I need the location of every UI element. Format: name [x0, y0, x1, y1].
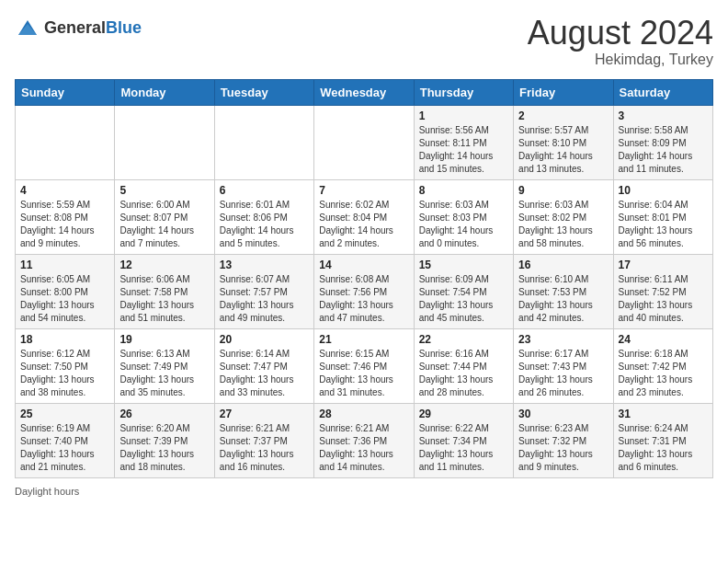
day-number: 20	[220, 333, 309, 346]
day-info: Sunrise: 6:15 AM Sunset: 7:46 PM Dayligh…	[319, 348, 408, 399]
day-info: Sunrise: 6:11 AM Sunset: 7:52 PM Dayligh…	[619, 273, 708, 325]
day-number: 18	[20, 333, 109, 346]
table-row: 22Sunrise: 6:16 AM Sunset: 7:44 PM Dayli…	[414, 328, 513, 403]
table-row: 1Sunrise: 5:56 AM Sunset: 8:11 PM Daylig…	[414, 105, 513, 179]
logo-text: GeneralBlue	[44, 18, 142, 38]
day-number: 15	[419, 259, 508, 271]
table-row: 9Sunrise: 6:03 AM Sunset: 8:02 PM Daylig…	[514, 179, 613, 254]
footer: Daylight hours	[15, 486, 713, 497]
table-row: 15Sunrise: 6:09 AM Sunset: 7:54 PM Dayli…	[414, 254, 513, 328]
day-info: Sunrise: 6:23 AM Sunset: 7:32 PM Dayligh…	[518, 422, 608, 474]
day-number: 22	[419, 333, 508, 346]
day-info: Sunrise: 6:08 AM Sunset: 7:56 PM Dayligh…	[319, 273, 408, 325]
table-row: 29Sunrise: 6:22 AM Sunset: 7:34 PM Dayli…	[414, 403, 513, 477]
day-number: 6	[220, 184, 309, 197]
day-info: Sunrise: 6:00 AM Sunset: 8:07 PM Dayligh…	[119, 199, 209, 250]
day-info: Sunrise: 6:10 AM Sunset: 7:53 PM Dayligh…	[518, 273, 608, 325]
table-row: 26Sunrise: 6:20 AM Sunset: 7:39 PM Dayli…	[115, 403, 214, 477]
day-number: 8	[419, 184, 508, 197]
day-info: Sunrise: 6:24 AM Sunset: 7:31 PM Dayligh…	[619, 422, 708, 474]
day-info: Sunrise: 6:02 AM Sunset: 8:04 PM Dayligh…	[319, 199, 408, 250]
day-info: Sunrise: 6:18 AM Sunset: 7:42 PM Dayligh…	[619, 348, 708, 399]
day-number: 4	[20, 184, 109, 197]
header-tuesday: Tuesday	[214, 79, 313, 105]
page-header: GeneralBlue August 2024 Hekimdag, Turkey	[15, 15, 713, 68]
day-info: Sunrise: 6:20 AM Sunset: 7:39 PM Dayligh…	[119, 422, 209, 474]
table-row: 27Sunrise: 6:21 AM Sunset: 7:37 PM Dayli…	[214, 403, 313, 477]
table-row: 10Sunrise: 6:04 AM Sunset: 8:01 PM Dayli…	[613, 179, 712, 254]
day-number: 7	[319, 184, 408, 197]
day-number: 11	[20, 259, 109, 271]
day-number: 2	[518, 109, 608, 122]
day-info: Sunrise: 5:59 AM Sunset: 8:08 PM Dayligh…	[20, 199, 109, 250]
table-row: 14Sunrise: 6:08 AM Sunset: 7:56 PM Dayli…	[314, 254, 414, 328]
location-subtitle: Hekimdag, Turkey	[528, 52, 713, 68]
daylight-label: Daylight hours	[15, 486, 79, 497]
logo-blue: Blue	[106, 18, 142, 37]
calendar-week-row: 1Sunrise: 5:56 AM Sunset: 8:11 PM Daylig…	[16, 105, 713, 179]
table-row: 16Sunrise: 6:10 AM Sunset: 7:53 PM Dayli…	[514, 254, 613, 328]
table-row: 11Sunrise: 6:05 AM Sunset: 8:00 PM Dayli…	[16, 254, 115, 328]
calendar-header-row: Sunday Monday Tuesday Wednesday Thursday…	[16, 79, 713, 105]
day-number: 27	[220, 408, 309, 420]
table-row: 20Sunrise: 6:14 AM Sunset: 7:47 PM Dayli…	[214, 328, 313, 403]
table-row	[115, 105, 214, 179]
day-number: 28	[319, 408, 408, 420]
day-number: 25	[20, 408, 109, 420]
day-number: 3	[619, 109, 708, 122]
day-info: Sunrise: 6:21 AM Sunset: 7:36 PM Dayligh…	[319, 422, 408, 474]
logo-icon	[15, 15, 40, 40]
day-number: 23	[518, 333, 608, 346]
day-number: 24	[619, 333, 708, 346]
table-row	[16, 105, 115, 179]
day-info: Sunrise: 6:04 AM Sunset: 8:01 PM Dayligh…	[619, 199, 708, 250]
day-info: Sunrise: 6:05 AM Sunset: 8:00 PM Dayligh…	[20, 273, 109, 325]
table-row: 28Sunrise: 6:21 AM Sunset: 7:36 PM Dayli…	[314, 403, 414, 477]
day-info: Sunrise: 6:16 AM Sunset: 7:44 PM Dayligh…	[419, 348, 508, 399]
table-row: 8Sunrise: 6:03 AM Sunset: 8:03 PM Daylig…	[414, 179, 513, 254]
day-info: Sunrise: 6:21 AM Sunset: 7:37 PM Dayligh…	[220, 422, 309, 474]
header-thursday: Thursday	[414, 79, 513, 105]
day-number: 31	[619, 408, 708, 420]
table-row: 25Sunrise: 6:19 AM Sunset: 7:40 PM Dayli…	[16, 403, 115, 477]
day-info: Sunrise: 5:57 AM Sunset: 8:10 PM Dayligh…	[518, 124, 608, 176]
calendar-table: Sunday Monday Tuesday Wednesday Thursday…	[15, 79, 713, 478]
table-row: 24Sunrise: 6:18 AM Sunset: 7:42 PM Dayli…	[613, 328, 712, 403]
table-row: 2Sunrise: 5:57 AM Sunset: 8:10 PM Daylig…	[514, 105, 613, 179]
day-info: Sunrise: 5:58 AM Sunset: 8:09 PM Dayligh…	[619, 124, 708, 176]
table-row: 3Sunrise: 5:58 AM Sunset: 8:09 PM Daylig…	[613, 105, 712, 179]
table-row: 13Sunrise: 6:07 AM Sunset: 7:57 PM Dayli…	[214, 254, 313, 328]
calendar-week-row: 11Sunrise: 6:05 AM Sunset: 8:00 PM Dayli…	[16, 254, 713, 328]
month-title: August 2024	[528, 15, 713, 52]
table-row: 4Sunrise: 5:59 AM Sunset: 8:08 PM Daylig…	[16, 179, 115, 254]
header-sunday: Sunday	[16, 79, 115, 105]
day-info: Sunrise: 6:01 AM Sunset: 8:06 PM Dayligh…	[220, 199, 309, 250]
day-info: Sunrise: 6:03 AM Sunset: 8:03 PM Dayligh…	[419, 199, 508, 250]
header-monday: Monday	[115, 79, 214, 105]
table-row: 18Sunrise: 6:12 AM Sunset: 7:50 PM Dayli…	[16, 328, 115, 403]
table-row	[214, 105, 313, 179]
calendar-week-row: 25Sunrise: 6:19 AM Sunset: 7:40 PM Dayli…	[16, 403, 713, 477]
table-row: 31Sunrise: 6:24 AM Sunset: 7:31 PM Dayli…	[613, 403, 712, 477]
table-row: 21Sunrise: 6:15 AM Sunset: 7:46 PM Dayli…	[314, 328, 414, 403]
day-info: Sunrise: 5:56 AM Sunset: 8:11 PM Dayligh…	[419, 124, 508, 176]
day-info: Sunrise: 6:14 AM Sunset: 7:47 PM Dayligh…	[220, 348, 309, 399]
day-info: Sunrise: 6:17 AM Sunset: 7:43 PM Dayligh…	[518, 348, 608, 399]
day-number: 12	[119, 259, 209, 271]
day-info: Sunrise: 6:13 AM Sunset: 7:49 PM Dayligh…	[119, 348, 209, 399]
day-number: 1	[419, 109, 508, 122]
day-number: 17	[619, 259, 708, 271]
table-row: 30Sunrise: 6:23 AM Sunset: 7:32 PM Dayli…	[514, 403, 613, 477]
table-row	[314, 105, 414, 179]
day-number: 14	[319, 259, 408, 271]
header-friday: Friday	[514, 79, 613, 105]
table-row: 17Sunrise: 6:11 AM Sunset: 7:52 PM Dayli…	[613, 254, 712, 328]
day-number: 26	[119, 408, 209, 420]
table-row: 12Sunrise: 6:06 AM Sunset: 7:58 PM Dayli…	[115, 254, 214, 328]
table-row: 23Sunrise: 6:17 AM Sunset: 7:43 PM Dayli…	[514, 328, 613, 403]
day-number: 29	[419, 408, 508, 420]
header-saturday: Saturday	[613, 79, 712, 105]
day-info: Sunrise: 6:19 AM Sunset: 7:40 PM Dayligh…	[20, 422, 109, 474]
day-number: 5	[119, 184, 209, 197]
day-info: Sunrise: 6:12 AM Sunset: 7:50 PM Dayligh…	[20, 348, 109, 399]
